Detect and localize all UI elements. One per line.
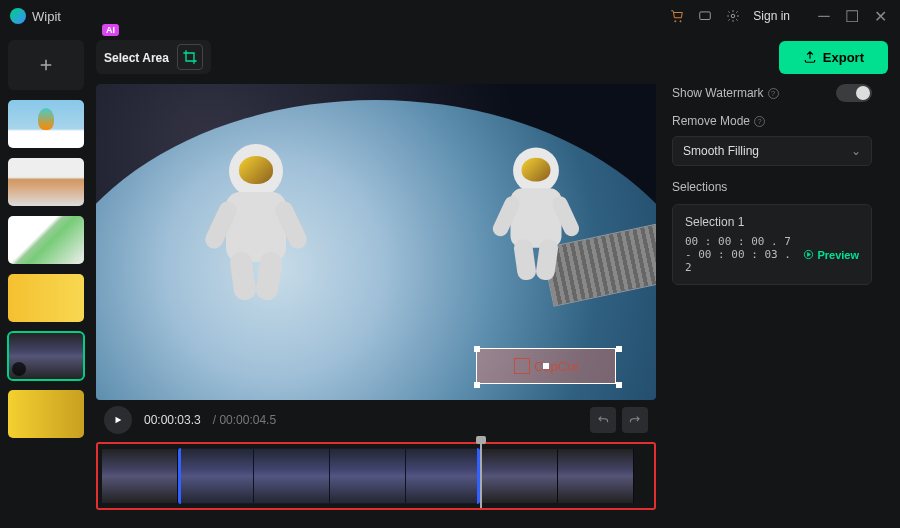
titlebar-left: Wipit — [10, 8, 61, 24]
timeline-frame[interactable] — [102, 449, 178, 503]
app-title: Wipit — [32, 9, 61, 24]
show-watermark-row: Show Watermark? — [672, 84, 872, 102]
media-thumb-4[interactable] — [8, 274, 84, 322]
media-thumb-3[interactable] — [8, 216, 84, 264]
select-area-button[interactable]: AI Select Area — [96, 40, 211, 74]
info-icon[interactable]: ? — [754, 116, 765, 127]
timeline-frame[interactable] — [558, 449, 634, 503]
media-thumb-6[interactable] — [8, 390, 84, 438]
timeline-frame[interactable] — [482, 449, 558, 503]
settings-icon[interactable] — [725, 8, 741, 24]
watermark-text: CapCut — [534, 359, 578, 374]
show-watermark-toggle[interactable] — [836, 84, 872, 102]
close-button[interactable]: ✕ — [870, 6, 890, 26]
app-logo — [10, 8, 26, 24]
capcut-icon — [514, 358, 530, 374]
media-thumb-2[interactable] — [8, 158, 84, 206]
center-column: AI Select Area Export — [92, 32, 900, 528]
playback-controls: 00:00:03.3 / 00:00:04.5 — [96, 400, 656, 440]
timeline-selection[interactable] — [178, 448, 480, 504]
selection-range: 00 : 00 : 00 . 7 - 00 : 00 : 03 . 2 — [685, 235, 793, 274]
titlebar-right: Sign in ─ ☐ ✕ — [669, 6, 890, 26]
selection-name: Selection 1 — [685, 215, 859, 229]
redo-button[interactable] — [622, 407, 648, 433]
preview-button[interactable]: Preview — [803, 249, 859, 261]
export-button[interactable]: Export — [779, 41, 888, 74]
select-area-label: Select Area — [104, 51, 169, 65]
selections-title: Selections — [672, 180, 872, 194]
sidebar — [0, 32, 92, 528]
maximize-button[interactable]: ☐ — [842, 6, 862, 26]
undo-button[interactable] — [590, 407, 616, 433]
media-thumb-5[interactable] — [8, 332, 84, 380]
topbar: AI Select Area Export — [96, 40, 896, 74]
window-controls: ─ ☐ ✕ — [814, 6, 890, 26]
selection-range-row: 00 : 00 : 00 . 7 - 00 : 00 : 03 . 2 Prev… — [685, 235, 859, 274]
ai-badge: AI — [102, 24, 119, 36]
video-preview[interactable]: CapCut — [96, 84, 656, 400]
remove-mode-select[interactable]: Smooth Filling ⌄ — [672, 136, 872, 166]
minimize-button[interactable]: ─ — [814, 6, 834, 26]
feedback-icon[interactable] — [697, 8, 713, 24]
playhead[interactable] — [480, 436, 482, 508]
add-media-button[interactable] — [8, 40, 84, 90]
svg-point-1 — [732, 14, 736, 18]
export-label: Export — [823, 50, 864, 65]
time-total: / 00:00:04.5 — [213, 413, 276, 427]
crop-icon — [177, 44, 203, 70]
remove-mode-value: Smooth Filling — [683, 144, 759, 158]
info-icon[interactable]: ? — [768, 88, 779, 99]
right-panel: Show Watermark? Remove Mode? Smooth Fill… — [656, 84, 884, 528]
cart-icon[interactable] — [669, 8, 685, 24]
media-thumb-1[interactable] — [8, 100, 84, 148]
selection-card[interactable]: Selection 1 00 : 00 : 00 . 7 - 00 : 00 :… — [672, 204, 872, 285]
titlebar: Wipit Sign in ─ ☐ ✕ — [0, 0, 900, 32]
preview-area: CapCut 00:00:03.3 / 00:00:04.5 — [96, 84, 896, 528]
remove-mode-label: Remove Mode? — [672, 114, 872, 128]
chevron-down-icon: ⌄ — [851, 144, 861, 158]
show-watermark-label: Show Watermark? — [672, 86, 779, 100]
play-button[interactable] — [104, 406, 132, 434]
watermark-selection-box[interactable]: CapCut — [476, 348, 616, 384]
svg-rect-0 — [700, 12, 711, 20]
timeline[interactable] — [96, 442, 656, 510]
main: AI Select Area Export — [0, 32, 900, 528]
time-current: 00:00:03.3 — [144, 413, 201, 427]
preview-column: CapCut 00:00:03.3 / 00:00:04.5 — [96, 84, 656, 528]
signin-link[interactable]: Sign in — [753, 9, 790, 23]
